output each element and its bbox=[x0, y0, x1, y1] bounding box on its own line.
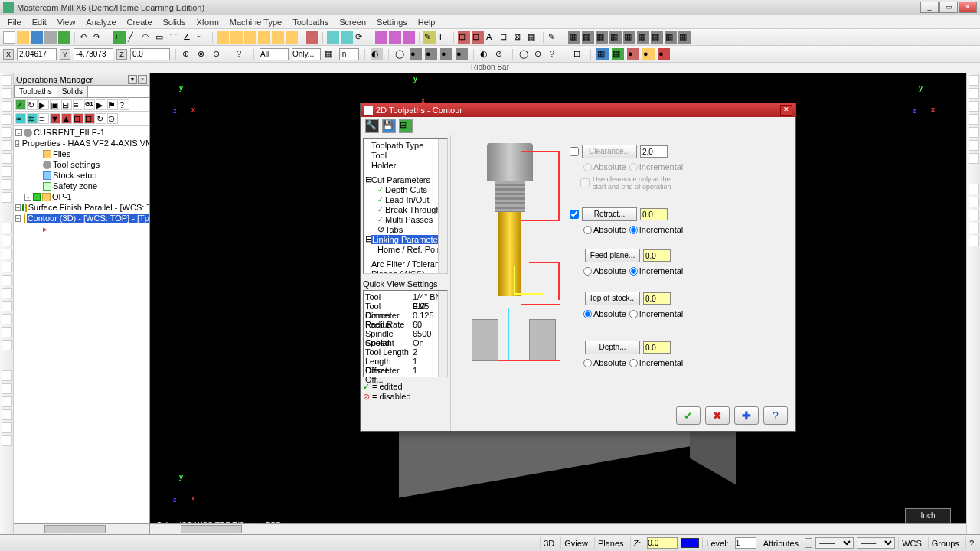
vl-rotate-icon[interactable] bbox=[2, 114, 12, 125]
ot2-d-icon[interactable]: ▼ bbox=[50, 113, 60, 124]
fillet-icon[interactable]: ⌒ bbox=[168, 31, 181, 44]
vr-j-icon[interactable] bbox=[969, 210, 979, 220]
menu-view[interactable]: View bbox=[53, 17, 80, 28]
dlg-tool-icon[interactable]: 🔧 bbox=[365, 119, 379, 133]
redo-icon[interactable]: ↷ bbox=[93, 31, 105, 44]
ot-regen-icon[interactable]: ↻ bbox=[27, 99, 38, 110]
vl-j-icon[interactable] bbox=[2, 314, 12, 324]
open-icon[interactable] bbox=[17, 31, 29, 44]
clearance-checkbox[interactable] bbox=[570, 147, 579, 156]
topstock-button[interactable]: Top of stock... bbox=[585, 292, 640, 305]
status-color-swatch[interactable] bbox=[681, 538, 699, 548]
ot-verify-icon[interactable]: ▣ bbox=[50, 99, 60, 110]
minimize-button[interactable]: _ bbox=[920, 2, 939, 13]
point-icon[interactable]: + bbox=[113, 31, 126, 44]
ot2-f-icon[interactable]: ⊞ bbox=[73, 113, 83, 124]
tree-contour[interactable]: Contour (3D) - [WCS: TOP] - [Tplane bbox=[27, 214, 149, 223]
vp4-icon[interactable]: ▦ bbox=[609, 31, 622, 44]
vr-f-icon[interactable] bbox=[969, 140, 979, 151]
vr-a-icon[interactable] bbox=[969, 75, 979, 86]
vp8-icon[interactable]: ▦ bbox=[665, 31, 677, 44]
tp2-icon[interactable]: ▦ bbox=[612, 48, 624, 60]
f4-icon[interactable]: ● bbox=[425, 48, 437, 60]
dlg-save-icon[interactable]: 💾 bbox=[382, 119, 396, 133]
topstock-abs-radio[interactable] bbox=[583, 310, 592, 318]
spline-icon[interactable]: ~ bbox=[196, 31, 208, 44]
pt-holder[interactable]: Holder bbox=[371, 161, 396, 170]
menu-analyze[interactable]: Analyze bbox=[81, 17, 120, 28]
dialog-add-button[interactable]: ✚ bbox=[734, 406, 759, 425]
ot-g1-icon[interactable]: G1 bbox=[84, 99, 95, 110]
feedplane-abs-radio[interactable] bbox=[583, 267, 592, 276]
vl-iso-icon[interactable] bbox=[2, 166, 12, 177]
pt-multi[interactable]: Multi Passes bbox=[385, 215, 433, 224]
vl-o-icon[interactable] bbox=[2, 396, 12, 407]
status-z-input[interactable] bbox=[647, 537, 678, 549]
ops-tree[interactable]: -CURRENT_FILE-1 -Properties - HAAS VF2 4… bbox=[14, 126, 149, 523]
note-icon[interactable]: T bbox=[437, 31, 449, 44]
undo-icon[interactable]: ↶ bbox=[79, 31, 91, 44]
retract-input[interactable] bbox=[640, 208, 668, 220]
f10-icon[interactable]: ⊙ bbox=[534, 48, 546, 60]
ot2-c-icon[interactable]: ≡ bbox=[38, 113, 49, 124]
solid-icon[interactable] bbox=[217, 31, 229, 44]
menu-create[interactable]: Create bbox=[122, 17, 157, 28]
layer-icon[interactable]: ⊟ bbox=[499, 31, 511, 44]
pt-arc[interactable]: Arc Filter / Tolerance bbox=[371, 259, 448, 269]
depth-abs-radio[interactable] bbox=[583, 359, 592, 367]
mirror-icon[interactable] bbox=[341, 31, 353, 44]
vr-b-icon[interactable] bbox=[969, 88, 979, 99]
snap3-icon[interactable]: ⊙ bbox=[212, 48, 224, 60]
f8-icon[interactable]: ⊘ bbox=[495, 48, 507, 60]
status-attrs[interactable]: Attributes bbox=[760, 537, 802, 549]
vl-k-icon[interactable] bbox=[2, 327, 12, 337]
vl-a-icon[interactable] bbox=[2, 179, 12, 190]
ot2-e-icon[interactable]: ▲ bbox=[61, 113, 72, 124]
status-level-input[interactable] bbox=[735, 537, 756, 549]
ot2-i-icon[interactable]: ⊙ bbox=[107, 113, 118, 124]
tree-safety[interactable]: Safety zone bbox=[53, 181, 97, 191]
tree-toolset[interactable]: Tool settings bbox=[53, 160, 100, 169]
ot2-g-icon[interactable]: ⊟ bbox=[84, 113, 95, 124]
depth-button[interactable]: Depth... bbox=[585, 341, 640, 354]
revolve-icon[interactable] bbox=[244, 31, 256, 44]
clearance-button[interactable]: Clearance... bbox=[582, 145, 637, 158]
ops-dropdown-icon[interactable]: ▾ bbox=[128, 75, 137, 84]
arc-icon[interactable]: ◠ bbox=[141, 31, 153, 44]
vr-c-icon[interactable] bbox=[969, 101, 979, 112]
vp6-icon[interactable]: ▦ bbox=[637, 31, 649, 44]
vr-h-icon[interactable] bbox=[969, 184, 979, 194]
retract-button[interactable]: Retract... bbox=[582, 207, 637, 221]
ot2-h-icon[interactable]: ↻ bbox=[96, 113, 106, 124]
vr-i-icon[interactable] bbox=[969, 197, 979, 207]
tree-stock[interactable]: Stock setup bbox=[53, 171, 96, 180]
dialog-help-button[interactable]: ? bbox=[763, 406, 788, 425]
vl-n-icon[interactable] bbox=[2, 383, 12, 394]
vl-f-icon[interactable] bbox=[2, 262, 12, 272]
tp4-icon[interactable]: ● bbox=[642, 48, 655, 60]
attr-icon[interactable]: A bbox=[485, 31, 498, 44]
vl-m-icon[interactable] bbox=[2, 370, 12, 381]
dlg-preset-icon[interactable]: ⊞ bbox=[399, 119, 413, 133]
view1-icon[interactable] bbox=[306, 31, 318, 44]
rect-icon[interactable]: ▭ bbox=[155, 31, 167, 44]
vl-fit-icon[interactable] bbox=[2, 101, 12, 112]
vr-g-icon[interactable] bbox=[969, 153, 979, 164]
loft-icon[interactable] bbox=[272, 31, 284, 44]
menu-help[interactable]: Help bbox=[413, 17, 440, 28]
vl-r-icon[interactable] bbox=[2, 435, 12, 446]
tab-solids[interactable]: Solids bbox=[57, 86, 88, 97]
ot2-b-icon[interactable]: ≋ bbox=[27, 113, 38, 124]
menu-machine-type[interactable]: Machine Type bbox=[225, 17, 286, 28]
tab-toolpaths[interactable]: Toolpaths bbox=[14, 86, 57, 97]
vl-zoom-icon[interactable] bbox=[2, 75, 12, 86]
color-icon[interactable]: ▦ bbox=[527, 31, 539, 44]
status-help-icon[interactable]: ? bbox=[965, 537, 977, 549]
f2-icon[interactable]: ◯ bbox=[394, 48, 407, 60]
topstock-input[interactable] bbox=[643, 292, 671, 305]
tree-op1[interactable]: OP-1 bbox=[52, 192, 72, 201]
ops-close-icon[interactable]: × bbox=[138, 75, 147, 84]
pt-depth-cuts[interactable]: Depth Cuts bbox=[385, 185, 427, 194]
sel1-icon[interactable]: ▦ bbox=[324, 48, 336, 60]
feedplane-input[interactable] bbox=[643, 249, 671, 262]
